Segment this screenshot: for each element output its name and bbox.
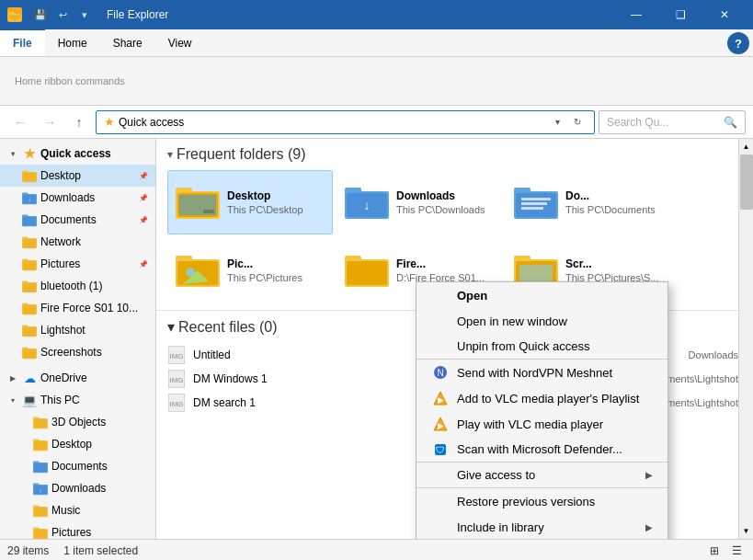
sidebar-fireforce-label: Fire Force S01 10... — [40, 302, 148, 314]
view-toggle: ⊞ ☰ — [705, 542, 746, 560]
scroll-thumb[interactable] — [740, 154, 753, 210]
up-button[interactable]: ↑ — [66, 109, 92, 135]
sidebar-section-quickaccess[interactable]: ▾ ★ Quick access — [0, 143, 155, 165]
folder-downloads[interactable]: ↓ Downloads This PC\Downloads — [337, 170, 502, 234]
undo-icon[interactable]: ↩ — [53, 6, 72, 24]
sidebar-item-documents2[interactable]: Documents — [0, 455, 155, 477]
tab-file[interactable]: File — [0, 29, 45, 56]
sidebar-item-downloads[interactable]: ↓ Downloads 📌 — [0, 187, 155, 209]
sidebar-item-onedrive[interactable]: ▶ ☁ OneDrive — [0, 367, 155, 389]
list-view-button[interactable]: ☰ — [727, 542, 746, 560]
desktop-folder-icon — [22, 168, 37, 183]
sidebar-3dobjects-label: 3D Objects — [51, 416, 148, 429]
onedrive-icon: ☁ — [22, 371, 37, 385]
sidebar-item-lightshot[interactable]: Lightshot — [0, 319, 155, 341]
item-count: 29 items — [7, 544, 49, 557]
sidebar-item-3dobjects[interactable]: 3D Objects — [0, 411, 155, 433]
sidebar-item-network[interactable]: Network — [0, 231, 155, 253]
minimize-button[interactable]: — — [615, 0, 657, 29]
sidebar-pictures2-label: Pictures — [51, 526, 148, 539]
documents2-icon — [33, 459, 48, 474]
svg-rect-66 — [521, 202, 547, 205]
scroll-track[interactable] — [739, 154, 753, 523]
svg-rect-15 — [23, 239, 36, 248]
svg-text:🛡: 🛡 — [436, 445, 445, 455]
svg-rect-12 — [23, 217, 36, 226]
dropdown-icon[interactable]: ▾ — [75, 6, 94, 24]
ctx-nordvpn[interactable]: N Send with NordVPN Meshnet — [416, 360, 667, 385]
scroll-up-button[interactable]: ▲ — [739, 139, 753, 154]
sidebar-thispc-label: This PC — [40, 394, 148, 406]
ctx-restore[interactable]: Restore previous versions — [416, 488, 667, 514]
sidebar-item-downloads2[interactable]: ↓ Downloads — [0, 477, 155, 499]
sidebar-item-pictures2[interactable]: Pictures — [0, 521, 155, 539]
maximize-button[interactable]: ❑ — [659, 0, 702, 29]
help-button[interactable]: ? — [727, 32, 749, 54]
desktop-folder-desc: This PC\Desktop — [227, 204, 325, 215]
back-button[interactable]: ← — [7, 109, 33, 135]
sidebar-item-desktop2[interactable]: Desktop — [0, 433, 155, 455]
ctx-open-new-window[interactable]: Open in new window — [416, 308, 667, 334]
sidebar-lightshot-label: Lightshot — [40, 324, 148, 337]
3dobjects-icon — [33, 415, 48, 429]
sidebar-item-screenshots[interactable]: Screenshots — [0, 341, 155, 363]
documents-folder-icon — [22, 212, 37, 227]
ctx-give-access[interactable]: Give access to ▶ — [416, 463, 667, 488]
sidebar-item-desktop[interactable]: Desktop 📌 — [0, 165, 155, 187]
sidebar-item-bluetooth[interactable]: bluetooth (1) — [0, 275, 155, 297]
sidebar-item-documents[interactable]: Documents 📌 — [0, 209, 155, 231]
svg-rect-27 — [23, 327, 36, 337]
ctx-restore-label: Restore previous versions — [457, 495, 653, 509]
close-button[interactable]: ✕ — [703, 0, 746, 29]
address-text: Quick access — [119, 116, 544, 129]
scrollbar[interactable]: ▲ ▼ — [738, 139, 753, 539]
ctx-defender[interactable]: 🛡 Scan with Microsoft Defender... — [416, 437, 667, 463]
quick-access-star: ★ — [104, 115, 115, 129]
ctx-include-library[interactable]: Include in library ▶ — [416, 514, 667, 539]
address-field[interactable]: ★ Quick access ▾ ↻ — [96, 110, 595, 134]
scroll-down-button[interactable]: ▼ — [739, 523, 753, 539]
save-icon[interactable]: 💾 — [31, 6, 50, 24]
collapse-icon[interactable]: ▾ — [167, 148, 173, 161]
folder-documents[interactable]: Do... This PC\Documents — [506, 170, 671, 234]
search-icon: 🔍 — [724, 116, 737, 129]
window-title: File Explorer — [107, 8, 168, 21]
svg-rect-5 — [23, 173, 36, 182]
folder-desktop[interactable]: Desktop This PC\Desktop — [167, 170, 333, 234]
frequent-folders-title: Frequent folders (9) — [177, 146, 306, 163]
window-controls: — ❑ ✕ — [615, 0, 746, 29]
ctx-open-icon — [431, 286, 450, 304]
grid-view-button[interactable]: ⊞ — [705, 542, 724, 560]
tab-home[interactable]: Home — [45, 29, 100, 56]
ctx-vlc-playlist[interactable]: ▶ Add to VLC media player's Playlist — [416, 385, 667, 411]
sidebar-quickaccess-label: Quick access — [40, 147, 148, 160]
ctx-open[interactable]: Open — [416, 282, 667, 308]
tab-share[interactable]: Share — [100, 29, 155, 56]
sidebar-item-music[interactable]: Music — [0, 499, 155, 521]
tab-view[interactable]: View — [155, 29, 205, 56]
ctx-open-new-icon — [431, 312, 450, 330]
downloads-folder-name: Downloads — [396, 189, 494, 202]
ctx-vlc-play[interactable]: ▶ Play with VLC media player — [416, 411, 667, 437]
address-down-arrow[interactable]: ▾ — [548, 113, 566, 131]
svg-text:IMG: IMG — [169, 400, 183, 408]
folder-pictures[interactable]: Pic... This PC\Pictures — [167, 238, 333, 303]
svg-text:IMG: IMG — [169, 376, 183, 384]
sidebar-item-fireforce[interactable]: Fire Force S01 10... — [0, 297, 155, 319]
search-field[interactable]: Search Qu... 🔍 — [599, 110, 746, 134]
svg-text:▶: ▶ — [438, 395, 444, 405]
ribbon: File Home Share View ? Home ribbon comma… — [0, 29, 753, 106]
ctx-include-library-arrow: ▶ — [645, 522, 653, 532]
svg-rect-24 — [23, 305, 36, 314]
app-icon — [7, 7, 22, 22]
context-menu: Open Open in new window Unpin from Quick… — [416, 281, 668, 539]
forward-button[interactable]: → — [37, 109, 63, 135]
address-refresh[interactable]: ↻ — [568, 113, 587, 131]
ctx-open-new-label: Open in new window — [457, 314, 653, 328]
ctx-unpin[interactable]: Unpin from Quick access — [416, 334, 667, 360]
sidebar-item-thispc[interactable]: ▾ 💻 This PC — [0, 389, 155, 411]
sidebar-item-pictures[interactable]: Pictures 📌 — [0, 253, 155, 275]
ctx-vlc-playlist-icon: ▶ — [431, 389, 450, 407]
recent-collapse-icon[interactable]: ▾ — [167, 318, 175, 336]
content-area: ▾ Frequent folders (9) Desktop — [156, 139, 753, 539]
